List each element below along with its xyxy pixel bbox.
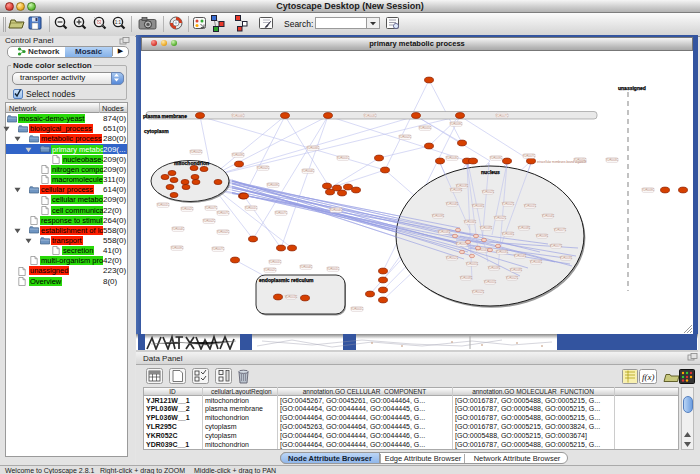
svg-text:YDR009C: YDR009C	[171, 246, 184, 250]
svg-text:YDR006C: YDR006C	[530, 260, 543, 264]
svg-text:YDR002C: YDR002C	[494, 216, 507, 220]
svg-text:YDR005C: YDR005C	[484, 280, 497, 284]
svg-text:plasma membrane: plasma membrane	[143, 113, 187, 119]
svg-text:YDR004C: YDR004C	[330, 208, 343, 212]
svg-text:YDR009C: YDR009C	[488, 266, 501, 270]
svg-text:YDR001C: YDR001C	[524, 204, 537, 208]
svg-text:YDR007C: YDR007C	[496, 114, 509, 118]
svg-text:YDR006C: YDR006C	[307, 146, 320, 150]
svg-text:YDR002C: YDR002C	[506, 276, 519, 280]
svg-text:mitochondrion: mitochondrion	[174, 160, 209, 166]
svg-text:YDR002C: YDR002C	[181, 207, 194, 211]
svg-text:YDR009C: YDR009C	[432, 214, 445, 218]
svg-text:YDR009C: YDR009C	[490, 156, 503, 160]
svg-text:YDR004C: YDR004C	[542, 214, 555, 218]
svg-text:YDR008C: YDR008C	[518, 226, 531, 230]
svg-text:cytoplasm: cytoplasm	[144, 128, 169, 134]
svg-text:YDR008C: YDR008C	[510, 268, 523, 272]
svg-text:endoplasmic reticulum: endoplasmic reticulum	[259, 277, 314, 283]
svg-text:YDR001C: YDR001C	[327, 267, 340, 271]
svg-text:YDR009C: YDR009C	[450, 188, 463, 192]
svg-text:YDR002C: YDR002C	[203, 219, 216, 223]
svg-text:YDR009C: YDR009C	[267, 183, 280, 187]
svg-text:YDR004C: YDR004C	[302, 169, 315, 173]
svg-text:YDR003C: YDR003C	[364, 114, 377, 118]
svg-text:YDR006C: YDR006C	[232, 114, 245, 118]
svg-text:YDR007C: YDR007C	[554, 228, 567, 232]
svg-text:YDR006C: YDR006C	[502, 232, 515, 236]
svg-text:YDR001C: YDR001C	[157, 203, 170, 207]
svg-text:f(x): f(x)	[642, 372, 655, 382]
svg-text:YDR009C: YDR009C	[232, 153, 245, 157]
svg-text:1:1: 1:1	[115, 20, 122, 25]
svg-text:intracellular membrane-bound o: intracellular membrane-bound organelle	[537, 160, 587, 164]
svg-text:YDR002C: YDR002C	[502, 202, 515, 206]
svg-text:YDR002C: YDR002C	[190, 150, 203, 154]
svg-text:YDR004C: YDR004C	[172, 227, 185, 231]
svg-text:YDR009C: YDR009C	[642, 188, 655, 192]
svg-text:YDR006C: YDR006C	[464, 220, 477, 224]
svg-text:YDR002C: YDR002C	[257, 166, 270, 170]
svg-text:YDR001C: YDR001C	[245, 206, 258, 210]
svg-text:YDR008C: YDR008C	[460, 276, 473, 280]
svg-text:YDR002C: YDR002C	[217, 230, 230, 234]
svg-text:YDR003C: YDR003C	[560, 256, 573, 260]
svg-text:unassigned: unassigned	[618, 85, 646, 91]
svg-text:YDR002C: YDR002C	[472, 290, 485, 294]
svg-text:YDR004C: YDR004C	[300, 265, 313, 269]
svg-text:YDR007C: YDR007C	[550, 244, 563, 248]
svg-text:YDR007C: YDR007C	[275, 211, 288, 215]
svg-text:YDR007C: YDR007C	[217, 211, 230, 215]
svg-text:YDR002C: YDR002C	[264, 268, 277, 272]
svg-text:YDR003C: YDR003C	[446, 156, 459, 160]
svg-text:YDR008C: YDR008C	[438, 230, 451, 234]
svg-text:YDR001C: YDR001C	[337, 156, 350, 160]
svg-text:YDR009C: YDR009C	[450, 122, 463, 126]
svg-text:YDR003C: YDR003C	[496, 250, 509, 254]
svg-text:YDR001C: YDR001C	[285, 295, 298, 299]
svg-text:YDR004C: YDR004C	[446, 202, 459, 206]
svg-text:YDR007C: YDR007C	[212, 247, 225, 251]
svg-text:YDR006C: YDR006C	[472, 204, 485, 208]
svg-text:YDR009C: YDR009C	[536, 234, 549, 238]
svg-text:YDR005C: YDR005C	[419, 126, 432, 130]
svg-text:YDR004C: YDR004C	[514, 254, 527, 258]
svg-text:nucleus: nucleus	[481, 169, 500, 175]
svg-text:Search:: Search:	[284, 19, 313, 29]
svg-text:YDR002C: YDR002C	[482, 190, 495, 194]
svg-text:YDR007C: YDR007C	[523, 154, 536, 158]
svg-text:YDR001C: YDR001C	[269, 260, 282, 264]
svg-text:YDR008C: YDR008C	[480, 226, 493, 230]
svg-text:YDR002C: YDR002C	[446, 256, 459, 260]
svg-text:YDR002C: YDR002C	[399, 135, 412, 139]
svg-text:YDR007C: YDR007C	[205, 206, 218, 210]
svg-text:YDR005C: YDR005C	[466, 262, 479, 266]
svg-text:YDR003C: YDR003C	[606, 158, 619, 162]
svg-text:YDR001C: YDR001C	[351, 307, 364, 311]
